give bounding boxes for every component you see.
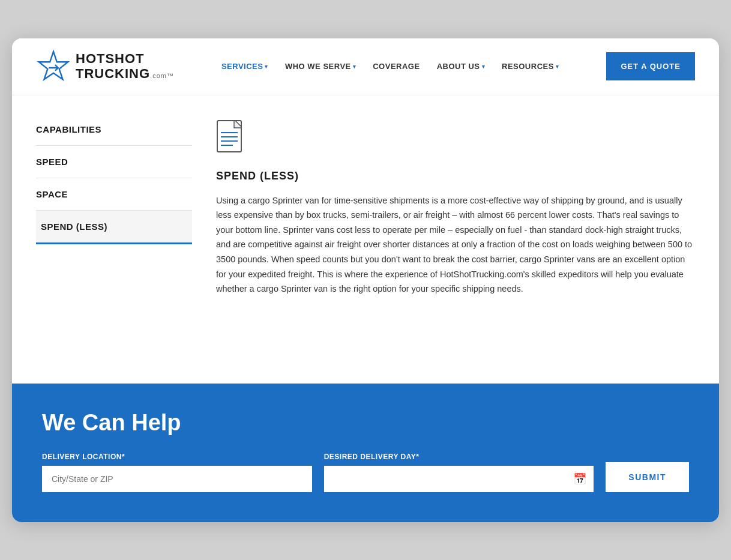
nav-item-resources[interactable]: RESOURCES ▾ <box>496 58 565 74</box>
main-nav: SERVICES ▾ WHO WE SERVE ▾ COVERAGE ABOUT… <box>186 58 594 74</box>
delivery-location-group: DELIVERY LOCATION* <box>42 453 312 492</box>
content-icon-area <box>216 119 695 159</box>
content-title: SPEND (LESS) <box>216 170 695 182</box>
content-area: SPEND (LESS) Using a cargo Sprinter van … <box>216 113 695 354</box>
chevron-down-icon: ▾ <box>556 64 559 70</box>
footer-section: We Can Help DELIVERY LOCATION* DESIRED D… <box>12 384 719 522</box>
sidebar: CAPABILITIES SPEED SPACE SPEND (LESS) <box>36 113 192 354</box>
delivery-location-label: DELIVERY LOCATION* <box>42 453 312 461</box>
nav-item-about-us[interactable]: ABOUT US ▾ <box>431 58 491 74</box>
desired-delivery-label: DESIRED DELIVERY DAY* <box>324 453 594 461</box>
content-body: Using a cargo Sprinter van for time-sens… <box>216 193 695 297</box>
logo-text: HOTSHOT TRUCKING.com™ <box>76 52 174 80</box>
logo[interactable]: HOTSHOT TRUCKING.com™ <box>36 49 174 84</box>
logo-hotshot: HOTSHOT <box>76 52 174 66</box>
calendar-icon[interactable]: 📅 <box>573 472 594 486</box>
sidebar-item-spend-less[interactable]: SPEND (LESS) <box>36 211 192 244</box>
form-row: DELIVERY LOCATION* DESIRED DELIVERY DAY*… <box>42 453 689 492</box>
desired-delivery-input[interactable] <box>324 466 574 492</box>
chevron-down-icon: ▾ <box>265 64 268 70</box>
header: HOTSHOT TRUCKING.com™ SERVICES ▾ WHO WE … <box>12 38 719 95</box>
sidebar-item-capabilities[interactable]: CAPABILITIES <box>36 113 192 146</box>
submit-button[interactable]: SUBMIT <box>606 462 689 492</box>
logo-star-icon <box>36 49 71 84</box>
desired-delivery-group: DESIRED DELIVERY DAY* 📅 <box>324 453 594 492</box>
footer-title: We Can Help <box>42 410 689 436</box>
chevron-down-icon: ▾ <box>353 64 356 70</box>
get-quote-button[interactable]: GET A QUOTE <box>606 52 695 80</box>
logo-trucking: TRUCKING.com™ <box>76 67 174 81</box>
nav-item-coverage[interactable]: COVERAGE <box>367 58 426 74</box>
date-input-wrapper: 📅 <box>324 466 594 492</box>
nav-item-who-we-serve[interactable]: WHO WE SERVE ▾ <box>279 58 362 74</box>
delivery-location-input[interactable] <box>42 466 312 492</box>
main-content: CAPABILITIES SPEED SPACE SPEND (LESS) <box>12 95 719 384</box>
nav-item-services[interactable]: SERVICES ▾ <box>215 58 274 74</box>
browser-frame: HOTSHOT TRUCKING.com™ SERVICES ▾ WHO WE … <box>12 38 719 522</box>
document-icon <box>216 119 247 157</box>
svg-marker-0 <box>39 51 68 79</box>
sidebar-item-space[interactable]: SPACE <box>36 178 192 211</box>
sidebar-item-speed[interactable]: SPEED <box>36 146 192 178</box>
chevron-down-icon: ▾ <box>482 64 486 70</box>
